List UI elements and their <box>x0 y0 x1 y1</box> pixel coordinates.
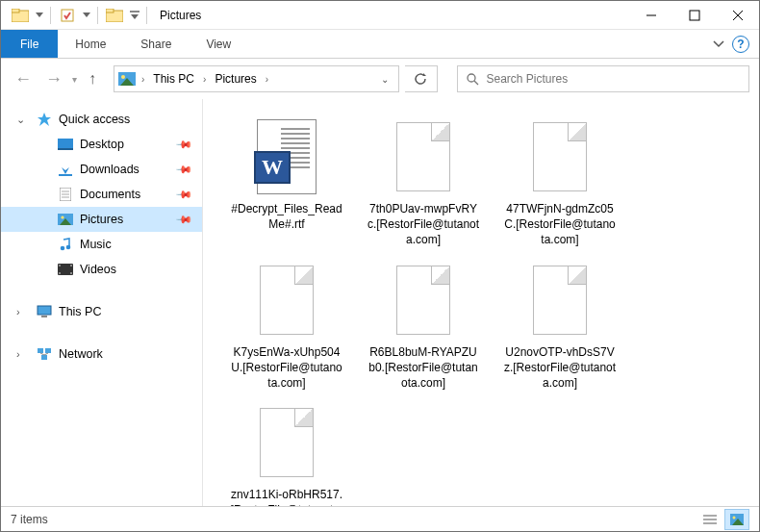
chevron-right-icon[interactable]: › <box>201 74 208 85</box>
svg-marker-2 <box>36 13 43 17</box>
file-item[interactable]: 47TWFjnN-gdmZc05C.[RestorFile@tutanota.c… <box>503 114 617 248</box>
svg-rect-41 <box>45 348 51 353</box>
sidebar-network[interactable]: › Network <box>1 342 202 367</box>
pin-icon: 📌 <box>174 135 192 153</box>
file-grid: W#Decrypt_Files_ReadMe#.rtf7th0PUav-mwpF… <box>230 114 749 506</box>
back-button[interactable]: ← <box>11 69 36 89</box>
tab-view[interactable]: View <box>189 30 248 58</box>
chevron-right-icon[interactable]: › <box>16 306 20 317</box>
svg-point-17 <box>468 74 475 82</box>
breadcrumb-pictures[interactable]: Pictures <box>212 72 259 86</box>
forward-button[interactable]: → <box>41 69 66 89</box>
svg-line-43 <box>40 353 44 355</box>
svg-point-31 <box>61 246 65 251</box>
file-item[interactable]: K7ysEnWa-xUhp504U.[RestorFile@tutanota.c… <box>230 258 343 392</box>
search-input[interactable] <box>487 72 742 86</box>
tab-share[interactable]: Share <box>123 30 189 58</box>
file-label: znv111Ki-oRbHR517.[RestorFile@tutanota.c… <box>230 487 343 506</box>
chevron-right-icon[interactable]: › <box>16 348 20 360</box>
pin-icon: 📌 <box>174 210 192 228</box>
pictures-location-icon <box>118 72 136 86</box>
file-label: 47TWFjnN-gdmZc05C.[RestorFile@tutanota.c… <box>503 201 617 248</box>
chevron-right-icon[interactable]: › <box>264 74 270 85</box>
blank-file-icon <box>389 258 458 342</box>
file-item[interactable]: U2novOTP-vhDsS7Vz.[RestorFile@tutanota.c… <box>503 258 617 392</box>
sidebar-item-label: Documents <box>80 188 140 201</box>
svg-rect-35 <box>59 272 61 274</box>
svg-rect-6 <box>106 9 114 13</box>
sidebar-item-label: Desktop <box>80 138 124 151</box>
svg-marker-22 <box>62 163 69 174</box>
chevron-right-icon[interactable]: › <box>139 74 146 85</box>
sidebar-item-label: Music <box>80 238 112 251</box>
close-button[interactable] <box>716 1 759 30</box>
sidebar: ⌄ Quick access Desktop 📌 Downloads 📌 Doc… <box>1 99 203 506</box>
sidebar-item-videos[interactable]: Videos <box>1 257 202 282</box>
maximize-button[interactable] <box>672 1 716 30</box>
quick-access-toolbar <box>1 4 150 27</box>
svg-marker-16 <box>423 73 426 76</box>
pin-icon: 📌 <box>174 185 192 203</box>
qat-dropdown-3[interactable] <box>128 4 141 27</box>
sidebar-label: Quick access <box>59 113 130 126</box>
network-icon <box>36 347 53 361</box>
content-pane[interactable]: W#Decrypt_Files_ReadMe#.rtf7th0PUav-mwpF… <box>203 99 759 506</box>
expand-ribbon-icon[interactable] <box>713 40 724 48</box>
search-icon <box>466 72 479 86</box>
qat-properties-icon[interactable] <box>56 4 79 27</box>
large-icons-view-button[interactable] <box>724 509 749 530</box>
address-dropdown[interactable]: ⌄ <box>375 74 394 85</box>
pictures-icon <box>57 214 74 225</box>
file-tab[interactable]: File <box>1 30 58 58</box>
sidebar-this-pc[interactable]: › This PC <box>1 299 202 324</box>
qat-explorer-icon[interactable] <box>9 4 32 27</box>
svg-marker-8 <box>131 14 139 19</box>
file-item[interactable]: 7th0PUav-mwpFvRYc.[RestorFile@tutanota.c… <box>367 114 480 248</box>
file-item[interactable]: znv111Ki-oRbHR517.[RestorFile@tutanota.c… <box>230 400 343 506</box>
star-icon <box>36 112 53 127</box>
file-label: K7ysEnWa-xUhp504U.[RestorFile@tutanota.c… <box>230 344 343 392</box>
address-bar[interactable]: › This PC › Pictures › ⌄ <box>114 65 399 92</box>
nav-row: ← → ▾ ↑ › This PC › Pictures › ⌄ <box>1 59 759 99</box>
sidebar-item-downloads[interactable]: Downloads 📌 <box>1 157 202 182</box>
qat-dropdown-2[interactable] <box>81 4 92 27</box>
file-item[interactable]: W#Decrypt_Files_ReadMe#.rtf <box>230 114 343 248</box>
titlebar: Pictures <box>1 1 759 30</box>
file-item[interactable]: R6BL8buM-RYAPZUb0.[RestorFile@tutanota.c… <box>367 258 480 392</box>
tab-home[interactable]: Home <box>58 30 123 58</box>
sidebar-item-desktop[interactable]: Desktop 📌 <box>1 132 202 157</box>
svg-point-29 <box>61 215 63 218</box>
details-view-button[interactable] <box>697 509 722 530</box>
svg-marker-4 <box>83 13 90 17</box>
svg-rect-10 <box>690 11 699 20</box>
help-icon[interactable]: ? <box>732 36 749 53</box>
chevron-down-icon[interactable]: ⌄ <box>16 114 25 126</box>
refresh-button[interactable] <box>405 65 438 92</box>
search-box[interactable] <box>457 65 750 92</box>
window-title: Pictures <box>160 9 201 22</box>
sidebar-quick-access[interactable]: ⌄ Quick access <box>1 107 202 132</box>
file-label: #Decrypt_Files_ReadMe#.rtf <box>230 201 343 232</box>
up-button[interactable]: ↑ <box>83 70 102 88</box>
videos-icon <box>57 264 74 275</box>
sidebar-item-documents[interactable]: Documents 📌 <box>1 182 202 207</box>
svg-rect-40 <box>38 348 43 353</box>
window-controls <box>629 1 759 30</box>
svg-rect-37 <box>70 272 72 274</box>
qat-dropdown-1[interactable] <box>34 4 45 27</box>
sidebar-label: Network <box>59 347 103 361</box>
blank-file-icon <box>252 258 321 342</box>
blank-file-icon <box>389 114 458 199</box>
svg-line-44 <box>44 353 48 355</box>
sidebar-item-music[interactable]: Music <box>1 232 202 257</box>
sidebar-item-pictures[interactable]: Pictures 📌 <box>1 207 202 232</box>
svg-rect-42 <box>41 355 47 360</box>
qat-newfolder-icon[interactable] <box>103 4 126 27</box>
pin-icon: 📌 <box>174 160 192 178</box>
status-bar: 7 items <box>1 506 759 531</box>
breadcrumb-this-pc[interactable]: This PC <box>150 72 197 86</box>
recent-dropdown[interactable]: ▾ <box>72 74 77 85</box>
minimize-button[interactable] <box>629 1 672 30</box>
sidebar-item-label: Downloads <box>80 163 139 176</box>
desktop-icon <box>57 139 74 150</box>
